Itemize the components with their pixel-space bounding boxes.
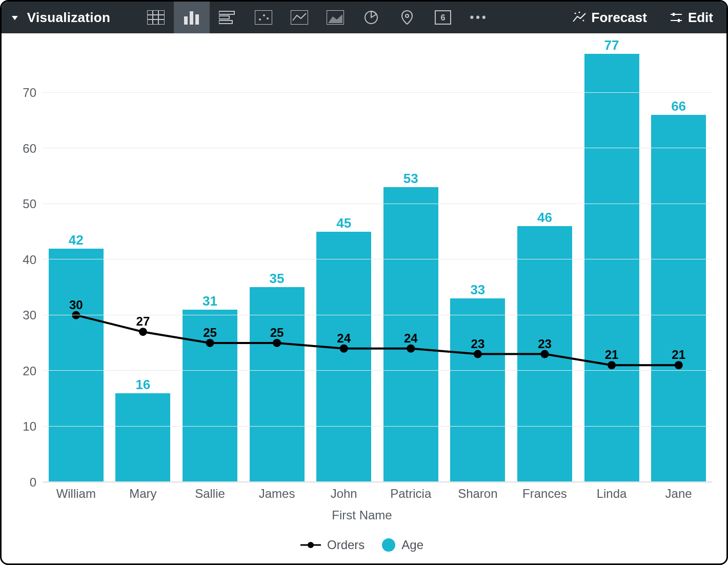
bar[interactable]: 66	[651, 115, 706, 482]
edit-button[interactable]: Edit	[670, 10, 713, 26]
x-tick-label: Sharon	[444, 487, 512, 501]
bar-value-label: 42	[69, 232, 84, 248]
map-chart-button[interactable]	[389, 2, 425, 33]
x-tick-label: William	[43, 487, 110, 501]
bar-value-label: 66	[671, 98, 686, 114]
svg-rect-8	[219, 11, 234, 14]
forecast-button[interactable]: Forecast	[572, 10, 647, 26]
bar-value-label: 77	[604, 37, 619, 53]
bar-value-label: 53	[403, 171, 418, 187]
svg-rect-0	[147, 10, 165, 25]
bar[interactable]: 45	[316, 232, 371, 482]
line-chart-button[interactable]	[281, 2, 317, 33]
area-chart-icon	[327, 10, 344, 25]
grid-line	[43, 204, 712, 204]
svg-text:6: 6	[441, 13, 446, 22]
scatter-icon	[255, 10, 272, 25]
grid-line	[43, 370, 712, 371]
column-chart-icon	[183, 10, 200, 25]
svg-point-19	[406, 14, 409, 17]
bar[interactable]: 53	[383, 187, 438, 482]
x-axis-title: First Name	[12, 508, 712, 522]
x-tick-label: Sallie	[176, 487, 244, 501]
single-value-icon: 6	[435, 10, 451, 25]
bar[interactable]: 33	[450, 298, 505, 482]
bar-slot: 53	[377, 54, 444, 482]
chart-type-selector: 6 •••	[138, 2, 497, 33]
legend-item-age[interactable]: Age	[382, 538, 423, 552]
x-tick-label: Mary	[110, 487, 177, 501]
bar-value-label: 35	[270, 271, 285, 287]
svg-marker-17	[328, 14, 342, 23]
bar[interactable]: 31	[183, 310, 237, 482]
bar-slot: 45	[310, 54, 377, 482]
x-tick-label: Jane	[645, 487, 712, 501]
y-tick-label: 20	[23, 364, 36, 378]
svg-rect-6	[190, 11, 193, 25]
bar[interactable]: 46	[517, 226, 572, 482]
bar-chart-icon	[219, 10, 236, 25]
scatter-chart-button[interactable]	[246, 2, 281, 33]
line-swatch-icon	[300, 541, 321, 549]
column-chart-button[interactable]	[174, 2, 210, 33]
bar-slot: 46	[511, 54, 578, 482]
y-tick-label: 10	[23, 419, 36, 434]
grid-line	[43, 481, 712, 482]
grid-line	[43, 315, 712, 315]
legend-item-orders[interactable]: Orders	[300, 538, 365, 552]
y-tick-label: 0	[30, 475, 36, 490]
bar-slot: 33	[444, 54, 512, 482]
grid-line	[43, 426, 712, 427]
svg-rect-9	[219, 16, 229, 19]
svg-point-13	[263, 14, 265, 16]
x-axis: WilliamMarySallieJamesJohnPatriciaSharon…	[43, 487, 712, 501]
bar-slot: 16	[110, 54, 177, 482]
x-tick-label: John	[310, 487, 377, 501]
ellipsis-icon: •••	[470, 11, 488, 24]
bar-value-label: 16	[135, 377, 150, 393]
y-tick-label: 70	[23, 86, 36, 100]
svg-point-23	[582, 20, 584, 22]
area-chart-button[interactable]	[317, 2, 353, 33]
chart-container: 010203040506070 42163135455333467766 302…	[2, 33, 726, 563]
single-value-button[interactable]: 6	[425, 2, 461, 33]
svg-point-30	[308, 542, 314, 548]
x-tick-label: James	[244, 487, 311, 501]
svg-rect-7	[195, 14, 199, 25]
bar-layer: 42163135455333467766	[43, 54, 712, 482]
svg-point-22	[574, 13, 576, 14]
plot: 010203040506070 42163135455333467766 302…	[12, 54, 712, 482]
edit-label: Edit	[688, 10, 713, 26]
panel-title: Visualization	[27, 10, 110, 26]
forecast-icon	[572, 11, 587, 24]
circle-swatch-icon	[382, 538, 395, 552]
y-axis: 010203040506070	[12, 54, 43, 482]
svg-point-14	[267, 17, 269, 19]
bar-value-label: 31	[203, 293, 217, 309]
pie-chart-button[interactable]	[353, 2, 389, 33]
visualization-toggle[interactable]: ▼ Visualization	[10, 10, 110, 26]
bar-slot: 66	[645, 54, 712, 482]
bar-chart-button[interactable]	[210, 2, 246, 33]
sliders-icon	[670, 11, 683, 24]
map-pin-icon	[401, 10, 413, 25]
bar-slot: 77	[578, 54, 645, 482]
bar-slot: 42	[43, 54, 110, 482]
svg-point-12	[259, 18, 261, 21]
bar[interactable]: 77	[584, 54, 639, 482]
bar[interactable]: 16	[115, 393, 170, 482]
line-chart-icon	[291, 10, 308, 25]
svg-rect-5	[184, 16, 188, 25]
bar-slot: 31	[176, 54, 244, 482]
table-chart-button[interactable]	[138, 2, 174, 33]
bar-slot: 35	[244, 54, 311, 482]
plot-area[interactable]: 42163135455333467766 3027252524242323212…	[43, 54, 712, 482]
pie-chart-icon	[363, 10, 379, 25]
svg-rect-10	[219, 21, 232, 24]
bar[interactable]: 35	[250, 287, 305, 482]
y-tick-label: 50	[23, 197, 36, 211]
svg-rect-27	[673, 13, 675, 16]
more-charts-button[interactable]: •••	[461, 2, 497, 33]
bar[interactable]: 42	[49, 249, 104, 482]
svg-point-24	[578, 12, 580, 13]
